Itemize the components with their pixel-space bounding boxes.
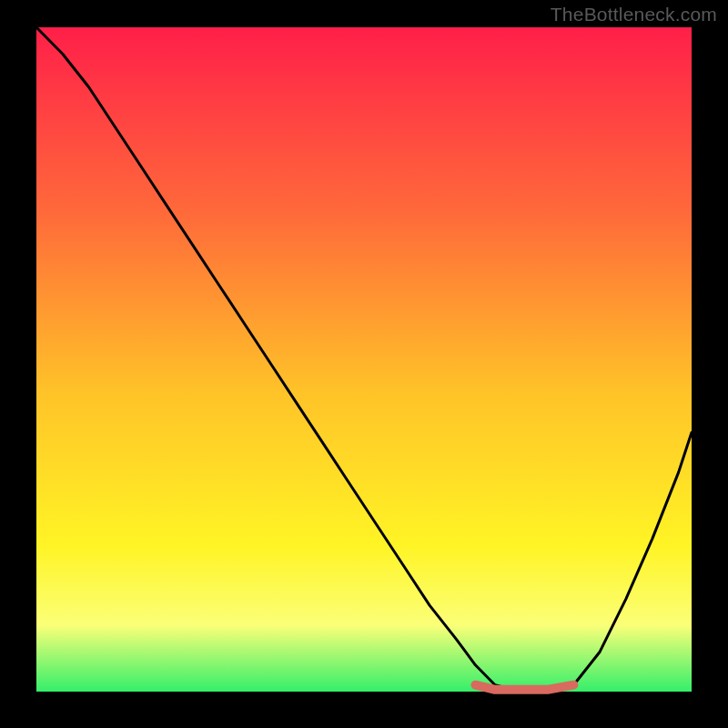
bottleneck-chart <box>0 0 728 728</box>
chart-frame: TheBottleneck.com <box>0 0 728 728</box>
gradient-background <box>36 27 692 692</box>
optimal-range-marker <box>475 685 573 690</box>
watermark-text: TheBottleneck.com <box>551 4 717 25</box>
